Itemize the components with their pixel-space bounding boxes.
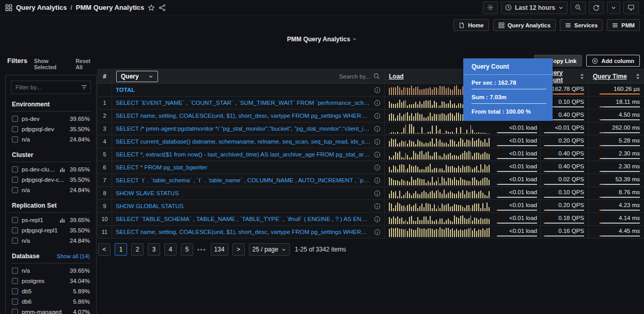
query-link[interactable]: SELECT name, setting, COALESCE(unit, $1)…	[116, 113, 371, 119]
filter-item-label[interactable]: pdpgsql-dev	[22, 126, 66, 132]
last-page-button[interactable]: 134	[211, 243, 228, 256]
settings-button[interactable]	[483, 2, 498, 14]
table-row: 5SELECT *, extract($1 from now() - last_…	[98, 148, 644, 161]
info-icon[interactable]	[374, 87, 381, 93]
tv-mode-button[interactable]	[623, 2, 639, 14]
info-icon[interactable]	[374, 216, 381, 223]
filter-item-label[interactable]: ps-dev-cluster	[22, 166, 56, 172]
nav-button-services[interactable]: Services	[560, 19, 603, 31]
query-count-cell: 0.20 QPS	[541, 200, 589, 213]
page-button-3[interactable]: 3	[148, 243, 160, 256]
info-icon[interactable]	[374, 100, 381, 106]
query-time-header-label[interactable]: Query Time	[593, 73, 627, 80]
info-icon[interactable]	[374, 125, 381, 132]
add-column-button[interactable]: Add column	[586, 55, 640, 67]
filter-checkbox[interactable]	[12, 217, 18, 223]
query-link[interactable]: SELECT *, extract($1 from now() - last_a…	[116, 151, 371, 158]
filter-checkbox[interactable]	[12, 288, 18, 294]
filter-item-label[interactable]: postgres	[22, 278, 66, 284]
show-all-link[interactable]: Show all (14)	[57, 253, 90, 259]
info-icon[interactable]	[374, 190, 381, 197]
apps-grid-icon[interactable]	[5, 4, 12, 11]
filter-item-label[interactable]: n/a	[22, 187, 66, 193]
page-button-4[interactable]: 4	[164, 243, 177, 256]
next-page-button[interactable]: >	[232, 243, 245, 256]
query-link[interactable]: TOTAL	[116, 87, 135, 93]
info-icon[interactable]	[374, 229, 381, 236]
dashboard-title[interactable]: PMM Query Analytics	[0, 36, 644, 43]
filter-checkbox[interactable]	[12, 309, 18, 314]
filter-item-label[interactable]: n/a	[22, 238, 66, 244]
query-search-input[interactable]	[313, 73, 370, 80]
nav-button-pmm[interactable]: PMM	[607, 19, 640, 31]
load-sparkline	[389, 137, 490, 147]
time-range-picker[interactable]: Last 12 hours	[501, 2, 568, 14]
metric-progress-bar	[600, 197, 640, 198]
query-link[interactable]: SELECT current_database() datname, schem…	[116, 138, 371, 145]
info-icon[interactable]	[374, 113, 381, 119]
filter-checkbox[interactable]	[12, 227, 18, 233]
load-header-label[interactable]: Load	[389, 73, 404, 80]
query-link[interactable]: SELECT /* pmm-agent:pgstatmonitor */ "pg…	[116, 125, 371, 132]
info-icon[interactable]	[374, 177, 381, 184]
filter-item-label[interactable]: ps-dev	[22, 116, 66, 122]
query-link[interactable]: SELECT `TABLE_SCHEMA` , TABLE_NAME , `TA…	[116, 216, 371, 222]
add-column-label: Add column	[601, 58, 634, 64]
page-button-5[interactable]: 5	[181, 243, 193, 256]
metric-progress-bar	[600, 171, 640, 172]
group-by-select[interactable]: Query	[116, 71, 158, 82]
query-link[interactable]: SELECT `EVENT_NAME` , `COUNT_STAR` , `SU…	[116, 100, 371, 106]
filter-checkbox[interactable]	[12, 177, 18, 183]
filter-checkbox[interactable]	[12, 116, 18, 122]
filter-item-label[interactable]: db5	[22, 288, 69, 294]
query-link[interactable]: SHOW GLOBAL STATUS	[116, 203, 183, 209]
filter-checkbox[interactable]	[12, 238, 18, 244]
info-icon[interactable]	[374, 138, 381, 145]
filter-search-input[interactable]	[11, 81, 91, 94]
refresh-button[interactable]	[589, 2, 604, 14]
filter-item-label[interactable]: pdpgsql-repl1	[22, 227, 66, 233]
filter-checkbox[interactable]	[12, 299, 18, 305]
nav-button-home[interactable]: Home	[453, 19, 489, 31]
show-selected-link[interactable]: Show Selected	[34, 58, 69, 70]
filter-item-label[interactable]: ps-repl1	[22, 217, 56, 223]
metric-progress-fill	[497, 171, 498, 172]
sort-icon[interactable]	[636, 73, 640, 80]
load-sparkline	[389, 176, 490, 185]
query-link[interactable]: SELECT * FROM pg_stat_bgwriter	[116, 164, 207, 170]
query-link[interactable]: SELECT name, setting, COALESCE(unit, $1)…	[116, 229, 371, 235]
star-icon[interactable]	[148, 4, 155, 11]
query-link[interactable]: SELECT `t` . `table_schema` , `t` . `tab…	[116, 177, 371, 183]
zoom-out-button[interactable]	[571, 2, 586, 14]
filter-checkbox[interactable]	[12, 268, 18, 274]
query-link[interactable]: SHOW SLAVE STATUS	[116, 190, 179, 196]
page-button-1[interactable]: 1	[115, 243, 127, 256]
filter-checkbox[interactable]	[12, 166, 18, 172]
filter-item-label[interactable]: n/a	[22, 268, 66, 274]
reset-all-link[interactable]: Reset All	[75, 58, 97, 70]
info-icon[interactable]	[374, 203, 381, 210]
filter-item-label[interactable]: pdpgsql-dev-c...	[22, 177, 66, 183]
share-icon[interactable]	[159, 4, 166, 11]
filter-checkbox[interactable]	[12, 126, 18, 132]
info-icon[interactable]	[374, 151, 381, 158]
filter-checkbox[interactable]	[12, 187, 18, 193]
filter-item-label[interactable]: db6	[22, 299, 69, 305]
filter-item-label[interactable]: pmm-managed	[22, 309, 69, 314]
filter-checkbox[interactable]	[12, 136, 18, 143]
refresh-interval-dropdown[interactable]	[607, 2, 620, 14]
sort-icon[interactable]	[580, 73, 584, 80]
breadcrumb-section[interactable]: Query Analytics	[16, 4, 67, 11]
filter-checkbox[interactable]	[12, 278, 18, 284]
filter-item-label[interactable]: n/a	[22, 136, 66, 143]
metric-progress-fill	[497, 210, 498, 211]
prev-page-button[interactable]: <	[98, 243, 111, 256]
nav-button-label: Services	[574, 22, 598, 28]
metric-progress-bar	[544, 223, 584, 224]
page-size-select[interactable]: 25 / page	[249, 243, 290, 256]
page-button-2[interactable]: 2	[131, 243, 144, 256]
info-icon[interactable]	[374, 164, 381, 171]
query-count-tooltip: Query Count Per sec : 162.78 Sum : 7.03m…	[463, 58, 553, 121]
search-icon[interactable]	[373, 73, 380, 80]
nav-button-query-analytics[interactable]: Query Analytics	[493, 19, 556, 31]
